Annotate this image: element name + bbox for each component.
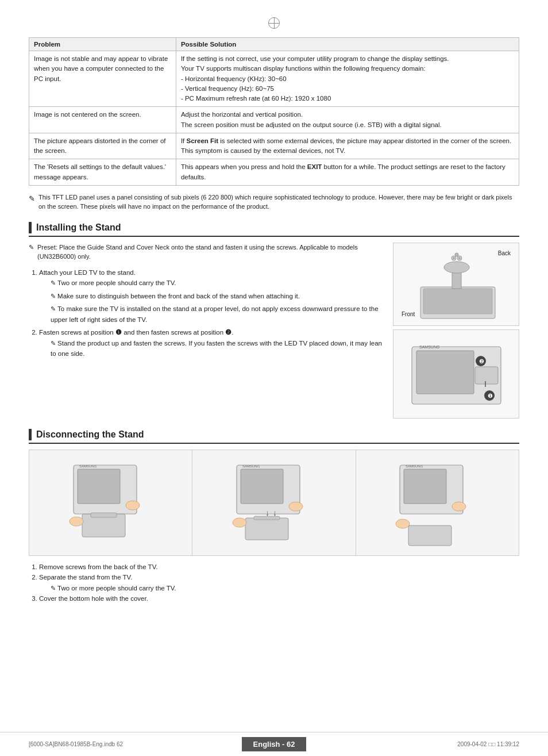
svg-point-3 bbox=[444, 262, 469, 273]
section-bar-icon bbox=[29, 429, 32, 440]
svg-point-24 bbox=[70, 517, 83, 526]
install-text-col: ✎ Preset: Place the Guide Stand and Cove… bbox=[29, 243, 384, 419]
section-installing-heading: Installing the Stand bbox=[29, 222, 519, 237]
tft-note-text: This TFT LED panel uses a panel consisti… bbox=[38, 193, 519, 212]
svg-point-25 bbox=[126, 501, 140, 510]
svg-text:↓: ↓ bbox=[265, 508, 269, 517]
svg-text:❷: ❷ bbox=[479, 358, 484, 364]
svg-rect-14 bbox=[475, 367, 498, 384]
svg-point-39 bbox=[396, 519, 410, 528]
svg-text:❶: ❶ bbox=[488, 393, 493, 399]
disconnect-step-3: Cover the bottom hole with the cover. bbox=[39, 593, 519, 604]
svg-rect-29 bbox=[245, 518, 288, 540]
preset-note-text: Preset: Place the Guide Stand and Cover … bbox=[37, 243, 384, 262]
note-icon: ✎ bbox=[29, 193, 35, 205]
table-cell-problem: The 'Resets all settings to the default … bbox=[29, 159, 176, 186]
svg-rect-12 bbox=[416, 351, 474, 394]
disconnect-step-2: Separate the stand from the TV. Two or m… bbox=[39, 572, 519, 593]
section-disconnecting-heading: Disconnecting the Stand bbox=[29, 429, 519, 444]
label-front: Front bbox=[402, 311, 415, 317]
troubleshooting-table: Problem Possible Solution Image is not s… bbox=[29, 37, 519, 186]
svg-rect-38 bbox=[408, 525, 451, 546]
table-header-problem: Problem bbox=[29, 38, 176, 51]
table-cell-solution: This appears when you press and hold the… bbox=[176, 159, 519, 186]
footer-page-number: English - 62 bbox=[242, 737, 307, 751]
disconnect-img-2: SAMSUNG ↓ ↓ bbox=[192, 450, 356, 555]
svg-text:SAMSUNG: SAMSUNG bbox=[79, 465, 97, 468]
page-wrapper: Problem Possible Solution Image is not s… bbox=[0, 0, 548, 756]
svg-point-5 bbox=[455, 253, 458, 256]
svg-rect-23 bbox=[91, 513, 117, 517]
svg-text:SAMSUNG: SAMSUNG bbox=[242, 465, 260, 468]
svg-point-34 bbox=[289, 502, 303, 511]
disconnect-img-1: SAMSUNG bbox=[29, 450, 192, 555]
label-back: Back bbox=[498, 250, 511, 256]
disconnect-img-3: SAMSUNG bbox=[356, 450, 519, 555]
table-row: Image is not centered on the screen. Adj… bbox=[29, 107, 519, 133]
table-cell-problem: The picture appears distorted in the cor… bbox=[29, 133, 176, 159]
tv-stand-top-svg bbox=[403, 247, 510, 321]
install-step-1-note-3: To make sure the TV is installed on the … bbox=[51, 304, 384, 325]
table-cell-problem: Image is not stable and may appear to vi… bbox=[29, 51, 176, 107]
table-cell-problem: Image is not centered on the screen. bbox=[29, 107, 176, 133]
table-cell-solution: Adjust the horizontal and vertical posit… bbox=[176, 107, 519, 133]
preset-note-icon: ✎ bbox=[29, 243, 34, 262]
svg-text:↓: ↓ bbox=[273, 508, 277, 517]
crosshair-top-icon bbox=[29, 17, 519, 32]
disconnect-step-1: Remove screws from the back of the TV. bbox=[39, 562, 519, 572]
tv-stand-bottom-svg: SAMSUNG ❶ ❷ bbox=[400, 332, 512, 416]
disconnect-step-2-note: Two or more people should carry the TV. bbox=[51, 583, 519, 594]
svg-text:SAMSUNG: SAMSUNG bbox=[419, 345, 439, 349]
svg-rect-20 bbox=[78, 469, 120, 504]
install-step-1-note-2: Make sure to distinguish between the fro… bbox=[51, 291, 384, 302]
disconnect-svg-1: SAMSUNG bbox=[65, 454, 157, 551]
footer-file-info: [6000-SA]BN68-01985B-Eng.indb 62 bbox=[29, 741, 123, 747]
table-cell-solution: If Screen Fit is selected with some exte… bbox=[176, 133, 519, 159]
table-row: The picture appears distorted in the cor… bbox=[29, 133, 519, 159]
svg-point-33 bbox=[233, 518, 246, 527]
footer-date: 2009-04-02 □□ 11:39:12 bbox=[457, 741, 519, 747]
install-section: ✎ Preset: Place the Guide Stand and Cove… bbox=[29, 243, 519, 419]
svg-rect-36 bbox=[404, 469, 446, 504]
tft-note: ✎ This TFT LED panel uses a panel consis… bbox=[29, 193, 519, 212]
install-step-2: Fasten screws at position ❶ and then fas… bbox=[39, 327, 384, 359]
table-cell-solution: If the setting is not correct, use your … bbox=[176, 51, 519, 107]
table-header-solution: Possible Solution bbox=[176, 38, 519, 51]
install-steps: Attach your LED TV to the stand. Two or … bbox=[29, 267, 384, 359]
install-images-col: Back Front bbox=[393, 243, 519, 419]
install-step-1: Attach your LED TV to the stand. Two or … bbox=[39, 267, 384, 325]
disconnect-images-row: SAMSUNG SAMSUNG ↓ ↓ bbox=[29, 450, 519, 556]
svg-rect-1 bbox=[423, 289, 492, 314]
table-row: The 'Resets all settings to the default … bbox=[29, 159, 519, 186]
disconnect-steps: Remove screws from the back of the TV. S… bbox=[29, 562, 519, 604]
section-installing-title: Installing the Stand bbox=[36, 222, 121, 233]
disconnect-svg-2: SAMSUNG ↓ ↓ bbox=[228, 454, 320, 551]
svg-text:SAMSUNG: SAMSUNG bbox=[406, 465, 423, 468]
stand-bottom-image: SAMSUNG ❶ ❷ bbox=[393, 329, 519, 419]
page-footer: [6000-SA]BN68-01985B-Eng.indb 62 English… bbox=[0, 732, 548, 756]
install-step-1-note-1: Two or more people should carry the TV. bbox=[51, 278, 384, 289]
section-bar-icon bbox=[29, 222, 32, 233]
table-row: Image is not stable and may appear to vi… bbox=[29, 51, 519, 107]
svg-point-40 bbox=[452, 502, 466, 511]
install-step-2-note-1: Stand the product up and fasten the scre… bbox=[51, 338, 384, 359]
disconnect-svg-3: SAMSUNG bbox=[391, 454, 483, 551]
preset-note: ✎ Preset: Place the Guide Stand and Cove… bbox=[29, 243, 384, 262]
stand-top-image: Back Front bbox=[393, 243, 519, 326]
svg-rect-27 bbox=[241, 469, 283, 504]
section-disconnecting-title: Disconnecting the Stand bbox=[36, 429, 144, 440]
